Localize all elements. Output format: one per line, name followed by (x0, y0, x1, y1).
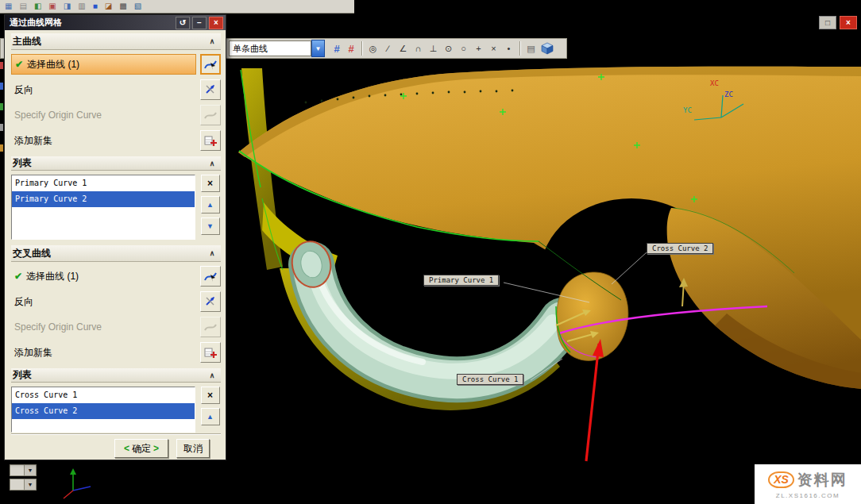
list-item-selected[interactable]: Cross Curve 2 (12, 403, 195, 419)
primary-add-new-set-button[interactable] (200, 130, 221, 151)
cancel-button[interactable]: 取消 (176, 439, 210, 458)
ok-left-bracket: < (124, 443, 129, 454)
mini-dropdown[interactable]: ▼ (10, 464, 37, 476)
shaded-view-cube-icon[interactable] (541, 42, 554, 55)
cross-list-title: 列表 (13, 368, 32, 382)
left-toolbar-icon[interactable] (0, 62, 3, 69)
snap-center-icon[interactable]: ⊙ (441, 41, 456, 56)
primary-move-down-button[interactable]: ▼ (201, 217, 220, 235)
snap-midpoint-icon[interactable]: ∠ (396, 41, 411, 56)
viewport-label-primary-curve-1[interactable]: Primary Curve 1 (423, 275, 499, 286)
primary-origin-row: Specify Origin Curve (11, 105, 221, 125)
cross-list-header[interactable]: 列表 ∧ (11, 368, 221, 383)
list-item-empty[interactable] (12, 207, 195, 223)
intersection-stop-icon[interactable]: # (330, 43, 344, 55)
cross-add-set-row: 添加新集 (11, 342, 221, 363)
snap-intersect-icon[interactable]: × (486, 41, 501, 56)
viewport-label-cross-curve-2[interactable]: Cross Curve 2 (647, 243, 713, 254)
cross-reverse-direction-button[interactable] (200, 291, 221, 312)
ok-button[interactable]: < 确定 > (114, 439, 168, 458)
dialog-close-icon[interactable]: × (209, 17, 223, 29)
mini-dropdown[interactable]: ▼ (10, 479, 37, 491)
connected-curves-icon[interactable]: # (344, 43, 358, 55)
dialog-minimize-icon[interactable]: − (192, 17, 207, 29)
cross-curve-select-button[interactable] (200, 266, 221, 287)
snap-pole-icon[interactable]: ⊥ (426, 41, 441, 56)
primary-list-region: Primary Curve 1 Primary Curve 2 × ▲ ▼ (11, 175, 221, 240)
snap-endpoint-icon[interactable]: ∕ (380, 41, 396, 56)
collapse-chevron-icon[interactable]: ∧ (205, 37, 219, 45)
dialog-title: 通过曲线网格 (10, 17, 173, 29)
restore-window-button[interactable]: □ (819, 16, 836, 29)
primary-section-title: 主曲线 (13, 35, 41, 48)
left-toolbar-icon[interactable] (0, 103, 3, 110)
cross-origin-curve-button (200, 317, 221, 337)
curve-select-icon (203, 269, 218, 283)
origin-curve-icon (203, 320, 218, 334)
cross-remove-item-button[interactable]: × (201, 387, 220, 404)
snap-circle-icon[interactable]: ○ (456, 41, 471, 56)
dialog-footer: < 确定 > 取消 (11, 434, 221, 462)
primary-list-title: 列表 (13, 156, 32, 170)
primary-select-curve-field[interactable]: ✔ 选择曲线 (1) (11, 54, 196, 75)
curve-rule-combobox[interactable]: 单条曲线 (229, 40, 311, 56)
snap-point-icon[interactable]: ◎ (365, 41, 380, 56)
check-icon: ✔ (15, 59, 23, 70)
cross-list-buttons: × ▲ (195, 387, 221, 433)
toolbar-icon[interactable]: ◧ (34, 2, 41, 10)
cross-select-curve-field[interactable]: ✔ 选择曲线 (1) (11, 267, 196, 286)
snap-arc-icon[interactable]: ∩ (411, 41, 426, 56)
close-window-button[interactable]: × (840, 16, 857, 29)
toolbar-icon[interactable]: ◨ (64, 2, 71, 10)
toolbar-icon[interactable]: ▣ (48, 2, 56, 10)
layers-icon[interactable]: ▤ (523, 44, 539, 54)
left-toolbar-icon[interactable] (0, 83, 3, 90)
dialog-body: 主曲线 ∧ ✔ 选择曲线 (1) 反向 (5, 30, 226, 460)
view-triad-mini (64, 468, 91, 498)
cross-reverse-row: 反向 (11, 291, 221, 312)
cross-origin-label-wrap: Specify Origin Curve (11, 317, 196, 337)
chevron-down-icon[interactable]: ▼ (24, 465, 36, 475)
primary-curve-select-button[interactable] (200, 54, 221, 75)
toolbar-icon[interactable]: ▧ (134, 2, 141, 10)
viewport-label-cross-curve-1[interactable]: Cross Curve 1 (457, 374, 523, 385)
primary-remove-item-button[interactable]: × (201, 175, 220, 192)
collapse-chevron-icon[interactable]: ∧ (205, 160, 219, 167)
primary-curve-listbox[interactable]: Primary Curve 1 Primary Curve 2 (11, 175, 195, 240)
dialog-titlebar[interactable]: 通过曲线网格 ↺ − × (5, 15, 226, 30)
cross-reverse-label-wrap: 反向 (11, 292, 196, 311)
toolbar-icon[interactable]: ◪ (105, 2, 112, 10)
cross-curve-listbox[interactable]: Cross Curve 1 Cross Curve 2 (11, 387, 195, 433)
through-curve-mesh-dialog: 通过曲线网格 ↺ − × 主曲线 ∧ ✔ 选择曲线 (1) (4, 14, 226, 460)
cross-add-new-set-button[interactable] (200, 342, 221, 363)
primary-curves-section-header[interactable]: 主曲线 ∧ (11, 33, 221, 50)
chevron-down-icon[interactable]: ▼ (24, 479, 36, 490)
toolbar-icon[interactable]: ▥ (78, 2, 85, 10)
left-toolbar-icon[interactable] (0, 144, 3, 152)
collapse-chevron-icon[interactable]: ∧ (205, 371, 219, 379)
toolbar-icon[interactable]: ▩ (119, 2, 126, 10)
list-item[interactable]: Cross Curve 1 (12, 387, 195, 403)
check-icon: ✔ (14, 271, 22, 282)
list-item[interactable]: Primary Curve 1 (12, 175, 195, 191)
collapse-chevron-icon[interactable]: ∧ (205, 249, 219, 257)
snap-plus-icon[interactable]: + (471, 41, 486, 56)
cross-move-up-button[interactable]: ▲ (201, 408, 220, 425)
cross-curves-section-header[interactable]: 交叉曲线 ∧ (11, 245, 221, 262)
watermark-top: XS 资料网 (768, 470, 847, 491)
toolbar-separator (519, 41, 520, 56)
cross-select-row: ✔ 选择曲线 (1) (11, 266, 221, 287)
toolbar-icon[interactable]: ▤ (19, 2, 26, 10)
primary-move-up-button[interactable]: ▲ (201, 196, 220, 214)
primary-reverse-direction-button[interactable] (200, 79, 221, 100)
snap-existing-point-icon[interactable]: • (501, 41, 516, 56)
toolbar-icon[interactable]: ▦ (5, 2, 12, 10)
toolbar-icon[interactable]: ■ (93, 2, 98, 10)
chevron-down-icon[interactable]: ▼ (311, 40, 325, 57)
left-toolbar-icon[interactable] (0, 124, 3, 131)
wcs-yc-label: YC (683, 106, 692, 114)
dialog-reset-icon[interactable]: ↺ (176, 17, 190, 29)
list-item-selected[interactable]: Primary Curve 2 (12, 191, 195, 207)
cross-add-set-label: 添加新集 (14, 346, 52, 360)
primary-list-header[interactable]: 列表 ∧ (11, 156, 221, 171)
